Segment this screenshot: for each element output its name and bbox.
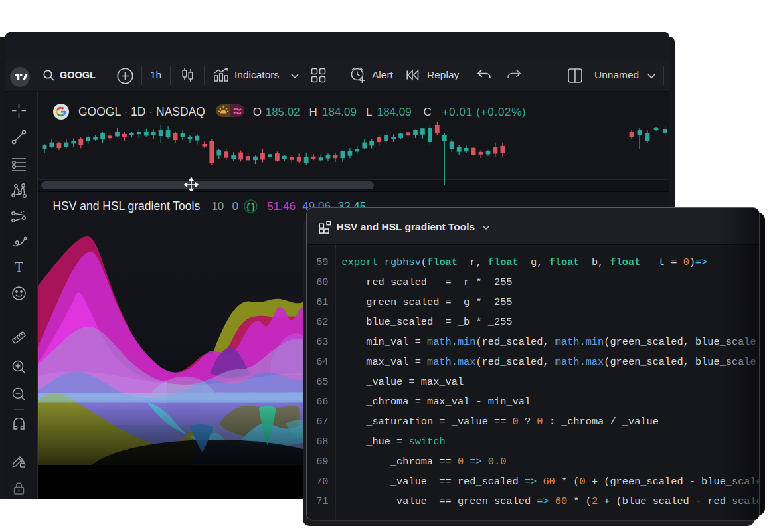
svg-text:T: T: [15, 260, 23, 274]
